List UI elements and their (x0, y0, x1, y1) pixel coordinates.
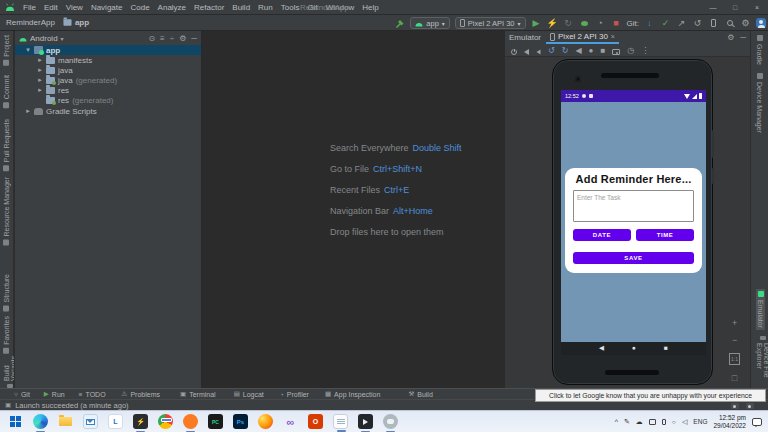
xampp-icon[interactable] (183, 414, 198, 429)
git-update-button[interactable]: ↓ (644, 17, 655, 29)
flash-app-icon[interactable]: ⚡ (133, 414, 148, 429)
toolwindow-app-inspection[interactable]: ▦App Inspection (325, 390, 380, 398)
zoom-in-button[interactable]: + (732, 319, 737, 327)
rollback-button[interactable]: ↺ (692, 17, 703, 29)
tree-item-manifests[interactable]: ▸ manifests (15, 55, 201, 65)
hide-panel-icon[interactable]: ─ (740, 33, 746, 42)
back-icon[interactable]: ◀ (575, 46, 581, 55)
nav-overview-icon[interactable]: ■ (664, 345, 668, 352)
stripe-tab-favorites[interactable]: Favorites (3, 316, 10, 354)
volume-icon[interactable]: ◁ (682, 418, 687, 425)
notification-center-icon[interactable] (752, 418, 762, 426)
battery-icon[interactable] (662, 419, 666, 425)
apply-changes-button[interactable]: ⚡ (547, 17, 558, 29)
close-tab-icon[interactable]: × (611, 33, 615, 40)
breadcrumb-project[interactable]: ReminderApp (6, 18, 55, 27)
pycharm-icon[interactable]: PC (208, 414, 223, 429)
search-icon[interactable] (724, 17, 735, 29)
toolwindow-todo[interactable]: ≡TODO (79, 391, 106, 398)
expand-chevron-icon[interactable]: ▸ (37, 66, 43, 74)
device-select[interactable]: Pixel 2 API 30 ▾ (455, 17, 526, 29)
nav-home-icon[interactable]: ● (632, 345, 636, 352)
notes-app-icon[interactable] (333, 414, 348, 429)
panel-settings-gear-icon[interactable]: ⚙ (179, 34, 186, 43)
project-view-select[interactable]: Android (30, 34, 58, 43)
snapshots-icon[interactable]: ◷ (627, 46, 634, 55)
save-button[interactable]: SAVE (573, 252, 694, 264)
toolwindow-git[interactable]: ⑂Git (14, 391, 30, 398)
stop-button[interactable]: ■ (611, 17, 622, 29)
stripe-tab-resource-manager[interactable]: Resource Manager (3, 177, 10, 246)
close-button[interactable]: × (746, 0, 768, 15)
toolwindow-terminal[interactable]: ▣Terminal (180, 390, 216, 398)
stripe-tab-device-manager[interactable]: Device Manager (756, 73, 763, 133)
maximize-button[interactable]: □ (724, 0, 746, 15)
stripe-tab-project[interactable]: Project (3, 35, 10, 66)
stripe-tab-pull-requests[interactable]: Pull Requests (3, 119, 10, 171)
profile-avatar[interactable] (756, 18, 766, 28)
expand-all-icon[interactable]: ≡ (160, 34, 165, 43)
git-commit-button[interactable]: ✓ (660, 17, 671, 29)
display-icon[interactable] (649, 419, 656, 425)
toolwindow-profiler[interactable]: ◔Profiler (280, 391, 309, 398)
menu-code[interactable]: Code (126, 3, 153, 12)
git-push-button[interactable]: ↗ (676, 17, 687, 29)
home-icon[interactable]: ● (589, 46, 594, 55)
chat-app-icon[interactable] (383, 414, 398, 429)
thumbs-down-icon[interactable] (746, 403, 754, 409)
mail-icon[interactable] (83, 414, 98, 429)
pen-icon[interactable]: ✎ (624, 418, 630, 425)
run-configuration-select[interactable]: app ▾ (410, 17, 450, 29)
rotate-right-icon[interactable]: ↻ (562, 46, 569, 55)
device-manager-button[interactable] (708, 17, 719, 29)
tree-item-res[interactable]: ▸ res (15, 85, 201, 95)
zoom-reset-button[interactable]: 1:1 (729, 353, 740, 365)
toolwindow-build[interactable]: ⚒Build (408, 390, 432, 398)
expand-chevron-icon[interactable]: ▸ (37, 86, 43, 94)
tree-item-app[interactable]: ▾ app (15, 45, 201, 55)
settings-gear-icon[interactable]: ⚙ (740, 17, 751, 29)
menu-analyze[interactable]: Analyze (154, 3, 190, 12)
tree-item-gradle-scripts[interactable]: ▸ Gradle Scripts (15, 106, 201, 116)
tree-item-java-generated[interactable]: ▸ java (generated) (15, 75, 201, 85)
toolwindow-problems[interactable]: ⚠Problems (122, 390, 160, 398)
zoom-out-button[interactable]: − (732, 336, 737, 344)
start-button[interactable] (8, 414, 23, 429)
edge-icon[interactable] (33, 414, 48, 429)
stripe-tab-commit[interactable]: Commit (3, 75, 10, 108)
visual-studio-icon[interactable]: ∞ (283, 414, 298, 429)
more-options-icon[interactable]: ⋮ (641, 46, 649, 55)
language-indicator[interactable]: ENG (693, 418, 707, 425)
menu-view[interactable]: View (62, 3, 87, 12)
build-hammer-icon[interactable] (394, 18, 405, 29)
office-icon[interactable]: O (308, 414, 323, 429)
toolwindow-run[interactable]: ▶Run (44, 390, 65, 398)
onedrive-cloud-icon[interactable]: ☁ (636, 418, 643, 425)
expand-chevron-icon[interactable]: ▸ (37, 76, 43, 84)
tree-item-java[interactable]: ▸ java (15, 65, 201, 75)
time-button[interactable]: TIME (636, 229, 694, 241)
collapse-chevron-icon[interactable]: ▾ (25, 46, 31, 54)
stripe-tab-gradle[interactable]: Gradle (756, 35, 763, 65)
run-button[interactable]: ▶ (531, 17, 542, 29)
collapse-all-icon[interactable]: ÷ (170, 34, 174, 43)
event-log-icon[interactable]: ▣ (5, 401, 11, 409)
minimize-button[interactable]: — (702, 0, 724, 15)
menu-navigate[interactable]: Navigate (87, 3, 127, 12)
stripe-tab-emulator[interactable]: Emulator (756, 289, 765, 330)
tree-item-res-generated[interactable]: res (generated) (15, 95, 201, 105)
expand-chevron-icon[interactable]: ▸ (37, 56, 43, 64)
menu-file[interactable]: File (19, 3, 40, 12)
lightshot-icon[interactable]: L (108, 414, 123, 429)
locate-file-icon[interactable]: ⊙ (148, 34, 155, 43)
hidden-icons-chevron[interactable]: ^ (615, 418, 618, 425)
date-button[interactable]: DATE (573, 229, 631, 241)
menu-build[interactable]: Build (228, 3, 254, 12)
network-icon[interactable]: ⌔ (672, 418, 676, 425)
menu-help[interactable]: Help (358, 3, 382, 12)
nav-back-icon[interactable]: ◀ (599, 345, 604, 352)
menu-refactor[interactable]: Refactor (190, 3, 228, 12)
debug-button[interactable] (579, 17, 590, 29)
fullscreen-button[interactable]: □ (732, 374, 737, 382)
emulator-device-tab[interactable]: Pixel 2 API 30 × (546, 31, 619, 44)
